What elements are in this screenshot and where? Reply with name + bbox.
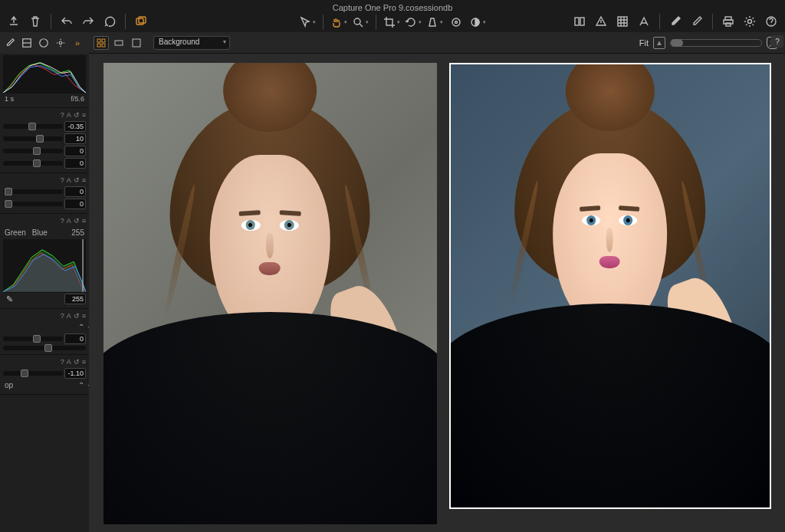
mask-tool-icon[interactable] [468, 14, 487, 31]
picker-light-icon[interactable] [688, 13, 706, 30]
grid-view-icon[interactable] [94, 36, 109, 50]
svg-point-4 [455, 21, 458, 24]
image-variant-original[interactable] [103, 63, 437, 524]
panel-reset-icon[interactable]: ↺ [74, 176, 80, 184]
contrast-value[interactable]: 10 [64, 133, 86, 144]
redo-icon[interactable] [79, 13, 97, 30]
panel-help-icon[interactable]: ? [61, 176, 64, 184]
annotations-icon[interactable] [635, 13, 653, 30]
panel-auto-icon[interactable]: A [67, 358, 71, 366]
vignette-slider[interactable] [3, 371, 63, 376]
exposure-info: 1 s f/5.6 [3, 94, 86, 104]
help-icon[interactable] [762, 13, 780, 30]
panel-help-icon[interactable]: ? [61, 111, 64, 119]
print-icon[interactable] [719, 13, 737, 30]
structure-slider[interactable] [3, 346, 86, 350]
clarity-panel: ? A ↺ ≡ ⌃ 0 [0, 309, 89, 355]
panel-auto-icon[interactable]: A [67, 312, 71, 320]
image-viewer[interactable] [89, 54, 785, 532]
output-tab-icon[interactable] [54, 36, 67, 50]
picker-icon[interactable]: ✎ [3, 294, 15, 304]
shadow-value[interactable]: 0 [64, 199, 86, 209]
panel-menu-icon[interactable]: ≡ [82, 111, 86, 119]
levels-curve[interactable] [3, 239, 86, 293]
view-options: Background [89, 36, 235, 50]
zoom-tool-icon[interactable] [351, 14, 370, 31]
panel-help-icon[interactable]: ? [61, 358, 64, 366]
panel-reset-icon[interactable]: ↺ [74, 312, 80, 320]
undo-icon[interactable] [57, 13, 76, 30]
panel-menu-icon[interactable]: ≡ [82, 312, 86, 320]
vignette-value[interactable]: -1.10 [64, 368, 86, 379]
separator [125, 14, 126, 29]
spot-tool-icon[interactable] [447, 14, 465, 31]
panel-menu-icon[interactable]: ≡ [82, 217, 86, 225]
svg-rect-20 [102, 44, 105, 47]
panel-reset-icon[interactable]: ↺ [74, 111, 80, 119]
cursor-tool-icon[interactable] [298, 14, 317, 31]
panel-reset-icon[interactable]: ↺ [74, 358, 80, 366]
svg-rect-19 [97, 44, 100, 47]
saturation-value[interactable]: 0 [64, 158, 86, 169]
zoom-slider[interactable] [670, 39, 762, 47]
shadow-slider[interactable] [3, 202, 63, 206]
window-title: Capture One Pro 9.cosessiondb [333, 3, 453, 12]
histogram-display [3, 55, 86, 94]
exposure-slider[interactable] [3, 124, 63, 129]
tool-tab-strip: » [0, 32, 89, 54]
adjust-tab-icon[interactable] [20, 36, 34, 50]
crop-tool-icon[interactable] [383, 14, 401, 31]
library-tab-icon[interactable] [3, 36, 17, 50]
svg-rect-6 [575, 18, 579, 25]
filmstrip-view-icon[interactable] [111, 36, 126, 50]
windows-icon[interactable] [132, 13, 150, 30]
panel-auto-icon[interactable]: A [67, 217, 71, 225]
panel-help-button[interactable]: ? [771, 35, 783, 48]
levels-pick-value[interactable]: 255 [64, 294, 86, 304]
clarity-slider[interactable] [3, 337, 63, 341]
panel-auto-icon[interactable]: A [67, 111, 71, 119]
zoom-fit-button[interactable]: Fit [639, 38, 649, 48]
exposure-value[interactable]: -0.35 [64, 121, 86, 132]
expand-tab-icon[interactable]: » [71, 36, 84, 50]
user-a-icon[interactable]: ▲ [653, 37, 665, 49]
grid-icon[interactable] [613, 13, 632, 30]
panel-header: ? A ↺ ≡ [3, 356, 86, 367]
highlight-value[interactable]: 0 [64, 186, 86, 197]
aperture-label: f/5.6 [71, 95, 84, 103]
levels-high-value[interactable]: 255 [71, 228, 84, 237]
levels-tab-blue[interactable]: Blue [32, 228, 48, 237]
hand-tool-icon[interactable] [330, 14, 348, 31]
list-view-icon[interactable] [129, 36, 144, 50]
rotate-tool-icon[interactable] [404, 14, 422, 31]
image-variant-edited[interactable] [449, 63, 771, 509]
separator [51, 14, 51, 29]
compare-view-icon[interactable] [570, 13, 589, 30]
brightness-slider[interactable] [3, 149, 63, 153]
panel-help-icon[interactable]: ? [61, 217, 64, 225]
svg-rect-1 [139, 17, 146, 23]
keystone-tool-icon[interactable] [425, 14, 444, 31]
vignette-stepper[interactable]: ⌃ [78, 381, 84, 389]
settings-icon[interactable] [741, 13, 759, 30]
highlight-slider[interactable] [3, 189, 63, 194]
trash-icon[interactable] [26, 13, 44, 30]
panel-auto-icon[interactable]: A [67, 176, 71, 184]
panel-menu-icon[interactable]: ≡ [82, 358, 86, 366]
metadata-tab-icon[interactable] [37, 36, 51, 50]
brightness-value[interactable]: 0 [64, 146, 86, 156]
clarity-stepper[interactable]: ⌃ [78, 323, 84, 331]
saturation-slider[interactable] [3, 161, 63, 166]
panel-menu-icon[interactable]: ≡ [82, 176, 86, 184]
redo-alt-icon[interactable] [100, 13, 119, 30]
clarity-value[interactable]: 0 [64, 333, 86, 344]
view-bar: » Background Fit ▲ [0, 32, 785, 54]
import-icon[interactable] [5, 13, 23, 30]
levels-tab-green[interactable]: Green [5, 228, 26, 237]
panel-help-icon[interactable]: ? [61, 312, 64, 320]
variant-dropdown[interactable]: Background [153, 36, 230, 50]
exposure-warning-icon[interactable] [592, 13, 610, 30]
contrast-slider[interactable] [3, 136, 63, 141]
panel-reset-icon[interactable]: ↺ [74, 217, 80, 225]
picker-dark-icon[interactable] [666, 13, 685, 30]
